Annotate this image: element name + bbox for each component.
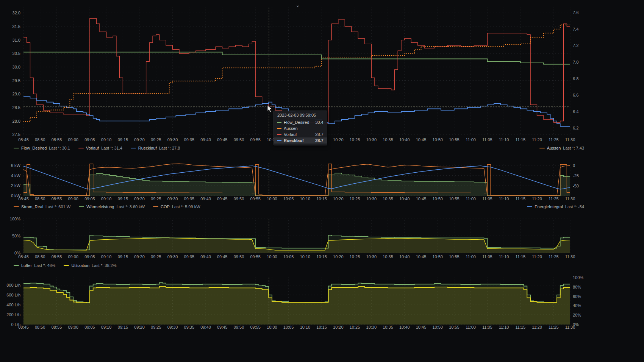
svg-text:09:15: 09:15	[118, 137, 128, 142]
svg-text:11:20: 11:20	[532, 325, 542, 329]
panel-flow: 800 L/h600 L/h400 L/h200 L/h0 L/h100%80%…	[0, 275, 644, 331]
svg-text:11:00: 11:00	[466, 254, 476, 259]
tooltip-series-name: Flow_Desired	[284, 120, 309, 125]
svg-text:09:35: 09:35	[184, 137, 195, 142]
legend-left-group: Flow_DesiredLast *: 30.1VorlaufLast *: 3…	[0, 146, 180, 150]
legend-item-strom-real[interactable]: Strom_RealLast *: 601 W	[14, 204, 70, 209]
svg-text:11:15: 11:15	[515, 137, 525, 142]
legend-item-flow-desired[interactable]: Flow_DesiredLast *: 30.1	[14, 146, 70, 150]
svg-text:11:25: 11:25	[549, 254, 559, 259]
y-axis-right-labels: 0-25-50	[573, 163, 579, 188]
svg-text:09:40: 09:40	[200, 137, 211, 142]
tooltip-timestamp: 2023-02-03 09:59:05	[274, 113, 327, 119]
legend-series-name: Strom_Real	[21, 204, 43, 209]
svg-text:11:10: 11:10	[499, 137, 509, 142]
svg-text:09:50: 09:50	[234, 325, 244, 329]
legend-item-cop[interactable]: COPLast *: 5.99 kW	[153, 204, 200, 209]
svg-text:09:15: 09:15	[118, 325, 128, 329]
svg-text:10:40: 10:40	[399, 137, 410, 142]
svg-text:80%: 80%	[573, 285, 581, 289]
svg-text:10:30: 10:30	[366, 137, 377, 142]
svg-text:10:15: 10:15	[316, 325, 327, 329]
legend-series-name: Lüfter	[21, 263, 32, 268]
svg-text:28.5: 28.5	[13, 105, 20, 110]
series-layer	[23, 19, 570, 126]
svg-text:10:20: 10:20	[333, 197, 344, 201]
svg-text:10:45: 10:45	[416, 197, 427, 201]
legend-swatch	[14, 148, 19, 148]
svg-text:08:55: 08:55	[52, 197, 62, 201]
series-area-pump-percent	[23, 287, 570, 325]
svg-text:09:30: 09:30	[167, 197, 178, 201]
svg-text:-25: -25	[573, 173, 579, 178]
svg-text:10:15: 10:15	[316, 254, 327, 259]
svg-text:400 L/h: 400 L/h	[6, 303, 20, 307]
svg-text:2 kW: 2 kW	[11, 183, 21, 188]
svg-text:09:05: 09:05	[84, 254, 95, 259]
svg-text:09:25: 09:25	[151, 137, 161, 142]
svg-text:7.4: 7.4	[573, 27, 578, 31]
tooltip-series-swatch	[277, 140, 281, 141]
series-layer	[23, 282, 570, 325]
svg-text:09:05: 09:05	[84, 197, 95, 201]
chevron-down-icon[interactable]: ⌄	[295, 2, 300, 8]
legend-left-group: LüfterLast *: 46%UtilizationLast *: 38.2…	[0, 263, 117, 268]
svg-text:08:50: 08:50	[35, 254, 45, 259]
legend-swatch	[78, 148, 84, 148]
svg-text:09:55: 09:55	[250, 325, 261, 329]
series-layer	[23, 235, 570, 253]
legend-series-name: Ruecklauf	[138, 146, 157, 150]
series-line-aussen	[23, 25, 570, 122]
svg-text:32.0: 32.0	[13, 11, 20, 15]
legend-right-group: EnergieIntegralLast *: -54	[527, 204, 644, 209]
legend-last-value: Last *: 27.8	[159, 146, 180, 150]
svg-text:09:10: 09:10	[101, 197, 112, 201]
svg-text:08:50: 08:50	[35, 137, 45, 142]
legend-swatch	[14, 265, 19, 266]
svg-text:09:55: 09:55	[250, 254, 261, 259]
svg-text:20%: 20%	[573, 313, 581, 317]
svg-text:50%: 50%	[12, 234, 20, 238]
tooltip-series-swatch	[277, 122, 281, 123]
svg-text:11:30: 11:30	[565, 197, 575, 201]
svg-text:100%: 100%	[573, 275, 583, 280]
svg-text:09:30: 09:30	[167, 254, 178, 259]
tooltip-series-value: 30.4	[315, 120, 323, 125]
svg-text:08:50: 08:50	[35, 197, 45, 201]
svg-text:09:05: 09:05	[84, 325, 95, 329]
svg-text:10:25: 10:25	[350, 325, 360, 329]
chart-canvas-utilization[interactable]: 100%50%0%08:4508:5008:5509:0009:0509:100…	[0, 217, 644, 261]
legend-item-energieintegral[interactable]: EnergieIntegralLast *: -54	[527, 204, 584, 209]
svg-text:09:45: 09:45	[217, 254, 228, 259]
svg-text:09:10: 09:10	[101, 137, 112, 142]
svg-text:11:05: 11:05	[482, 325, 492, 329]
legend-item-ruecklauf[interactable]: RuecklaufLast *: 27.8	[131, 146, 180, 150]
legend-last-value: Last *: 38.2%	[92, 263, 116, 268]
svg-text:09:25: 09:25	[151, 325, 161, 329]
legend-swatch	[131, 148, 136, 148]
svg-text:11:05: 11:05	[482, 197, 492, 201]
svg-text:0: 0	[573, 163, 575, 168]
svg-text:10:05: 10:05	[283, 254, 294, 259]
svg-text:10:55: 10:55	[449, 197, 460, 201]
legend-item-aussen[interactable]: AussenLast *: 7.43	[539, 146, 584, 150]
svg-text:09:25: 09:25	[151, 254, 161, 259]
x-axis-labels: 08:4508:5008:5509:0009:0509:1009:1509:20…	[18, 254, 575, 259]
legend-item-l-fter[interactable]: LüfterLast *: 46%	[14, 263, 55, 268]
svg-text:10:25: 10:25	[350, 137, 360, 142]
svg-text:-50: -50	[573, 184, 579, 188]
chart-canvas-power[interactable]: 6 kW4 kW2 kW0 kW0-25-5008:4508:5008:5509…	[0, 161, 644, 203]
svg-text:10:50: 10:50	[432, 254, 443, 259]
svg-text:09:20: 09:20	[134, 197, 145, 201]
svg-text:09:45: 09:45	[217, 325, 228, 329]
svg-text:10:00: 10:00	[267, 254, 277, 259]
legend-item-w-rmeleistung[interactable]: WärmeleistungLast *: 3.60 kW	[79, 204, 145, 209]
chart-canvas-flow[interactable]: 800 L/h600 L/h400 L/h200 L/h0 L/h100%80%…	[0, 275, 644, 331]
series-line-vorlauf	[23, 19, 570, 124]
legend-item-vorlauf[interactable]: VorlaufLast *: 31.4	[78, 146, 122, 150]
tooltip-series-swatch	[277, 134, 281, 135]
legend-item-utilization[interactable]: UtilizationLast *: 38.2%	[64, 263, 116, 268]
tooltip-series-name: Ruecklauf	[284, 138, 309, 143]
svg-text:11:00: 11:00	[466, 325, 476, 329]
legend-last-value: Last *: 46%	[34, 263, 55, 268]
